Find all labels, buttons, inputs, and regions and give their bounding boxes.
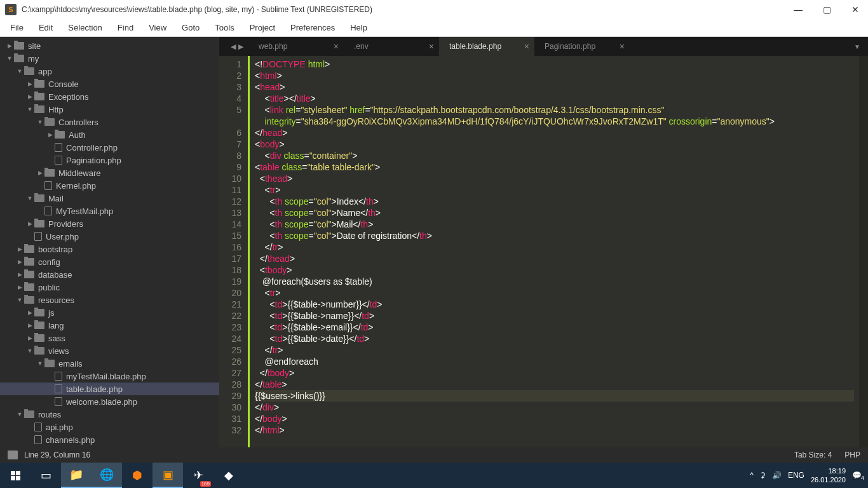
volume-icon[interactable]: 🔊 — [772, 471, 782, 480]
tree-folder-Mail[interactable]: ▼Mail — [0, 192, 219, 205]
system-tray[interactable]: ^ ⚳ 🔊 ENG 18:19 26.01.2020 💬4 — [743, 466, 868, 484]
chevron-up-icon[interactable]: ^ — [750, 471, 754, 480]
close-button[interactable]: ✕ — [848, 3, 863, 16]
code-line-3[interactable]: <head> — [255, 81, 854, 93]
code-line-16[interactable]: </tr> — [255, 241, 854, 253]
code-line-30[interactable]: </div> — [255, 402, 854, 413]
menu-file[interactable]: File — [3, 20, 31, 35]
disclosure-arrow-icon[interactable]: ▶ — [5, 43, 14, 49]
disclosure-arrow-icon[interactable]: ▶ — [25, 81, 34, 87]
code-line-31[interactable]: </body> — [255, 413, 854, 424]
tree-folder-Middleware[interactable]: ▶Middleware — [0, 166, 219, 179]
tree-folder-Console[interactable]: ▶Console — [0, 78, 219, 90]
tree-file-Controller-php[interactable]: Controller.php — [0, 141, 219, 154]
code-editor[interactable]: 1234567891011121314151617181920212223242… — [219, 56, 868, 447]
code-line-4[interactable]: <title></title> — [255, 93, 854, 104]
code-line-1[interactable]: <!DOCTYPE html> — [255, 58, 854, 70]
tree-file-table-blade-php[interactable]: table.blade.php — [0, 383, 219, 395]
code-line-14[interactable]: <th scope="col">Mail</th> — [255, 219, 854, 230]
maximize-button[interactable]: ▢ — [819, 3, 835, 16]
code-line-8[interactable]: <div class="container"> — [255, 150, 854, 161]
tree-file-welcome-blade-php[interactable]: welcome.blade.php — [0, 395, 219, 408]
wifi-icon[interactable]: ⚳ — [760, 471, 766, 480]
task-view-icon[interactable]: ▭ — [31, 463, 61, 488]
tree-folder-sass[interactable]: ▶sass — [0, 332, 219, 344]
minimap[interactable] — [859, 56, 868, 447]
sublime-icon[interactable]: ▣ — [153, 463, 183, 488]
tab-close-icon[interactable]: × — [429, 41, 434, 51]
code-line-20[interactable]: <tr> — [255, 287, 854, 299]
disclosure-arrow-icon[interactable]: ▶ — [25, 335, 34, 341]
menu-tools[interactable]: Tools — [207, 20, 241, 35]
menu-preferences[interactable]: Preferences — [283, 20, 342, 35]
tree-file-MyTestMail-php[interactable]: MyTestMail.php — [0, 205, 219, 217]
tab-nav-arrows[interactable]: ◀▶ — [226, 43, 248, 51]
menu-selection[interactable]: Selection — [60, 20, 109, 35]
disclosure-arrow-icon[interactable]: ▶ — [15, 246, 24, 252]
notifications-icon[interactable]: 💬4 — [852, 471, 862, 480]
code-line-7[interactable]: <body> — [255, 139, 854, 150]
tree-file-api-php[interactable]: api.php — [0, 421, 219, 433]
code-line-13[interactable]: <th scope="col">Name</th> — [255, 207, 854, 219]
tab-Pagination-php[interactable]: Pagination.php× — [534, 37, 630, 56]
tree-file-myTestMail-blade-php[interactable]: myTestMail.blade.php — [0, 370, 219, 383]
tree-folder-my[interactable]: ▼my — [0, 52, 219, 65]
language-indicator[interactable]: ENG — [788, 471, 804, 480]
code-line-26[interactable]: @endforeach — [255, 356, 854, 367]
tree-folder-js[interactable]: ▶js — [0, 306, 219, 319]
code-line-2[interactable]: <html> — [255, 70, 854, 81]
code-line-27[interactable]: </tbody> — [255, 367, 854, 379]
tab--env[interactable]: .env× — [344, 37, 439, 56]
disclosure-arrow-icon[interactable]: ▼ — [25, 106, 34, 112]
code-line-10[interactable]: <thead> — [255, 173, 854, 184]
code-line-6[interactable]: </head> — [255, 127, 854, 139]
disclosure-arrow-icon[interactable]: ▶ — [15, 259, 24, 265]
panel-icon[interactable] — [8, 451, 18, 459]
disclosure-arrow-icon[interactable]: ▶ — [36, 170, 44, 176]
tab-close-icon[interactable]: × — [334, 41, 339, 51]
disclosure-arrow-icon[interactable]: ▶ — [25, 93, 34, 100]
code-line-32[interactable]: </html> — [255, 424, 854, 436]
code-line-9[interactable]: <table class="table table-dark"> — [255, 161, 854, 173]
menu-project[interactable]: Project — [242, 20, 283, 35]
clock[interactable]: 18:19 26.01.2020 — [811, 466, 846, 484]
tree-file-Pagination-php[interactable]: Pagination.php — [0, 154, 219, 166]
disclosure-arrow-icon[interactable]: ▶ — [15, 284, 24, 290]
tree-folder-views[interactable]: ▼views — [0, 344, 219, 357]
tree-folder-database[interactable]: ▶database — [0, 268, 219, 281]
menu-view[interactable]: View — [141, 20, 174, 35]
tree-folder-bootstrap[interactable]: ▶bootstrap — [0, 243, 219, 255]
tab-close-icon[interactable]: × — [620, 41, 625, 51]
tab-size[interactable]: Tab Size: 4 — [794, 451, 832, 459]
tree-file-Kernel-php[interactable]: Kernel.php — [0, 179, 219, 192]
disclosure-arrow-icon[interactable]: ▼ — [15, 297, 24, 303]
code-line-21[interactable]: <td>{{$table->number}}</td> — [255, 299, 854, 310]
disclosure-arrow-icon[interactable]: ▼ — [36, 119, 44, 125]
code-line-18[interactable]: <tbody> — [255, 264, 854, 276]
code-content[interactable]: <!DOCTYPE html><html><head> <title></tit… — [250, 56, 859, 447]
chrome-icon[interactable]: 🌐 — [92, 463, 122, 488]
tab-table-blade-php[interactable]: table.blade.php× — [439, 37, 534, 56]
code-line-17[interactable]: </thead> — [255, 253, 854, 264]
syntax-label[interactable]: PHP — [844, 451, 860, 459]
tree-folder-Controllers[interactable]: ▼Controllers — [0, 116, 219, 128]
disclosure-arrow-icon[interactable]: ▼ — [5, 55, 14, 62]
tab-web-php[interactable]: web.php× — [248, 37, 344, 56]
app-icon[interactable]: ◆ — [214, 463, 244, 488]
start-button[interactable] — [0, 463, 31, 488]
file-tree[interactable]: ▶site▼my▼app▶Console▶Exceptions▼Http▼Con… — [0, 37, 219, 447]
tree-file-User-php[interactable]: User.php — [0, 230, 219, 243]
tree-file-console-php[interactable]: console.php — [0, 446, 219, 447]
disclosure-arrow-icon[interactable]: ▼ — [15, 411, 24, 417]
disclosure-arrow-icon[interactable]: ▼ — [36, 360, 44, 367]
tree-folder-config[interactable]: ▶config — [0, 255, 219, 268]
tab-close-icon[interactable]: × — [524, 41, 529, 51]
tree-folder-Auth[interactable]: ▶Auth — [0, 128, 219, 141]
code-line-11[interactable]: <tr> — [255, 184, 854, 196]
disclosure-arrow-icon[interactable]: ▼ — [15, 68, 24, 74]
tree-folder-Providers[interactable]: ▶Providers — [0, 217, 219, 230]
disclosure-arrow-icon[interactable]: ▶ — [25, 309, 34, 316]
disclosure-arrow-icon[interactable]: ▼ — [25, 195, 34, 201]
tree-folder-emails[interactable]: ▼emails — [0, 357, 219, 370]
menu-find[interactable]: Find — [110, 20, 141, 35]
